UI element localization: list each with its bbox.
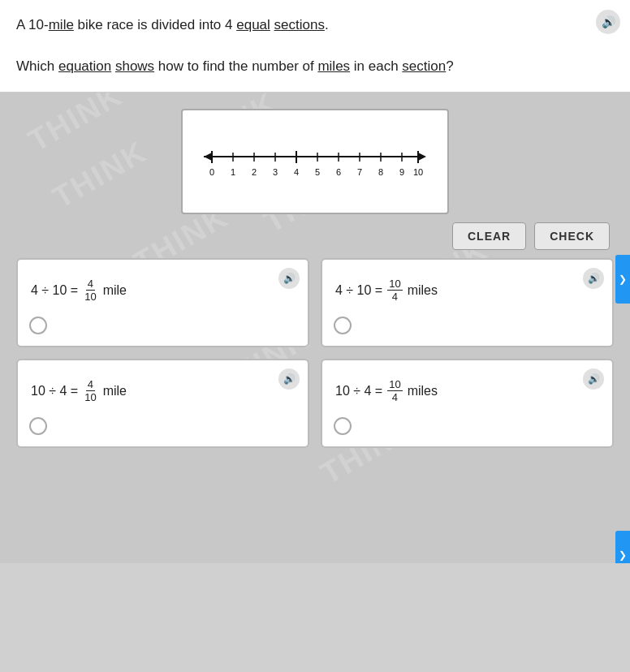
audio-icon-b: 🔊 [588, 273, 600, 284]
svg-text:2: 2 [252, 167, 257, 177]
svg-text:10: 10 [413, 167, 423, 177]
numberline-container: 0 1 2 3 4 5 6 7 [181, 109, 449, 214]
option-c-unit: mile [103, 384, 127, 398]
number-line-wrapper: 0 1 2 3 4 5 6 7 [185, 123, 445, 200]
chevron-right-icon-top: ❯ [619, 274, 627, 285]
option-c-fraction: 4 10 [83, 378, 97, 404]
buttons-row: CLEAR CHECK [16, 222, 614, 250]
question-box: 🔊 A 10-mile bike race is divided into 4 … [0, 0, 630, 93]
option-d-num: 10 [387, 378, 402, 392]
option-card-c: 🔊 10 ÷ 4 = 4 10 mile [16, 359, 309, 448]
option-equation-d: 10 ÷ 4 = 10 4 miles [335, 378, 599, 404]
question-text: A 10-mile bike race is divided into 4 eq… [16, 15, 614, 77]
option-radio-b[interactable] [334, 317, 352, 334]
option-b-eq-text: 4 ÷ 10 = [335, 283, 382, 298]
watermark-1: THINK [23, 93, 129, 159]
option-c-num: 4 [86, 378, 95, 392]
option-b-den: 4 [391, 291, 399, 304]
option-radio-d[interactable] [334, 417, 352, 435]
svg-text:8: 8 [378, 167, 383, 177]
svg-marker-2 [418, 153, 426, 161]
main-area: THINK THINK THINK THINK THINK THINK THIN… [0, 93, 630, 563]
option-c-eq-text: 10 ÷ 4 = [31, 384, 78, 398]
option-a-den: 10 [83, 291, 97, 304]
audio-icon-d: 🔊 [588, 373, 600, 385]
watermark-4: THINK [47, 134, 153, 215]
option-equation-c: 10 ÷ 4 = 4 10 mile [31, 378, 295, 404]
svg-marker-1 [204, 153, 212, 161]
audio-icon-top: 🔊 [602, 15, 615, 28]
option-d-unit: miles [408, 384, 438, 398]
option-d-eq-text: 10 ÷ 4 = [335, 384, 382, 398]
audio-button-c[interactable]: 🔊 [278, 368, 300, 390]
option-b-num: 10 [387, 278, 402, 291]
sidebar-arrow-top[interactable]: ❯ [615, 255, 630, 304]
audio-button-d[interactable]: 🔊 [583, 368, 604, 390]
question-line1: A 10-mile bike race is divided into 4 eq… [16, 15, 614, 36]
number-line-svg: 0 1 2 3 4 5 6 7 [197, 139, 433, 187]
sidebar-arrow-bottom[interactable]: ❯ [615, 531, 630, 563]
audio-button-top[interactable]: 🔊 [596, 10, 620, 34]
svg-text:0: 0 [209, 167, 214, 177]
svg-text:6: 6 [336, 167, 341, 177]
option-d-fraction: 10 4 [387, 378, 402, 404]
option-card-b: 🔊 4 ÷ 10 = 10 4 miles [321, 258, 614, 347]
audio-button-b[interactable]: 🔊 [583, 268, 604, 289]
options-grid: 🔊 4 ÷ 10 = 4 10 mile 🔊 4 ÷ 10 = 10 [16, 258, 614, 448]
option-card-a: 🔊 4 ÷ 10 = 4 10 mile [16, 258, 309, 347]
svg-text:4: 4 [294, 167, 299, 177]
option-radio-c[interactable] [29, 417, 47, 435]
option-equation-b: 4 ÷ 10 = 10 4 miles [335, 278, 599, 304]
option-a-unit: mile [103, 283, 127, 298]
svg-text:7: 7 [357, 167, 362, 177]
option-a-fraction: 4 10 [83, 278, 97, 304]
question-line2: Which equation shows how to find the num… [16, 56, 614, 77]
option-card-d: 🔊 10 ÷ 4 = 10 4 miles [321, 359, 614, 448]
svg-text:9: 9 [399, 167, 404, 177]
option-b-unit: miles [408, 283, 438, 298]
option-radio-a[interactable] [29, 317, 47, 334]
svg-text:1: 1 [231, 167, 235, 177]
option-a-num: 4 [86, 278, 95, 291]
option-a-eq-text: 4 ÷ 10 = [31, 283, 78, 298]
option-c-den: 10 [83, 391, 97, 404]
clear-button[interactable]: CLEAR [452, 222, 526, 250]
chevron-right-icon-bottom: ❯ [619, 549, 627, 561]
svg-text:3: 3 [273, 167, 278, 177]
option-d-den: 4 [391, 391, 399, 404]
check-button[interactable]: CHECK [534, 222, 610, 250]
audio-button-a[interactable]: 🔊 [278, 268, 300, 289]
svg-text:5: 5 [315, 167, 320, 177]
audio-icon-a: 🔊 [283, 273, 296, 284]
audio-icon-c: 🔊 [283, 373, 296, 385]
option-equation-a: 4 ÷ 10 = 4 10 mile [31, 278, 295, 304]
option-b-fraction: 10 4 [387, 278, 402, 304]
